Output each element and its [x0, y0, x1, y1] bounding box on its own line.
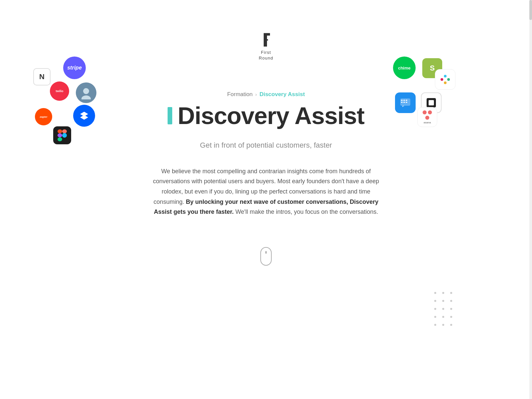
logos-right: chime S — [389, 57, 456, 140]
page-title-wrapper: Discovery Assist — [168, 104, 364, 128]
mouse-icon — [260, 247, 272, 266]
zapier-logo: zapier — [35, 108, 52, 125]
title-accent-bar — [168, 107, 172, 124]
page-title: Discovery Assist — [178, 104, 364, 128]
svg-rect-4 — [58, 129, 62, 133]
dot-7 — [434, 308, 436, 310]
subtitle: Get in front of potential customers, fas… — [200, 141, 332, 150]
svg-point-1 — [81, 95, 91, 99]
scrollbar[interactable] — [529, 0, 532, 399]
dot-grid — [434, 292, 452, 326]
svg-rect-10 — [444, 75, 447, 77]
breadcrumb-current: Discovery Assist — [259, 91, 305, 98]
dot-4 — [434, 300, 436, 302]
svg-rect-16 — [406, 100, 407, 101]
breadcrumb: Formation › Discovery Assist — [227, 91, 305, 98]
svg-rect-6 — [58, 133, 62, 137]
breadcrumb-parent[interactable]: Formation — [227, 91, 253, 98]
figma-logo — [53, 126, 71, 144]
scroll-indicator — [260, 247, 272, 266]
chime-logo: chime — [393, 57, 416, 79]
breadcrumb-separator: › — [255, 92, 257, 97]
svg-marker-3 — [80, 115, 88, 120]
svg-rect-21 — [429, 100, 434, 105]
body-text: We believe the most compelling and contr… — [153, 166, 379, 217]
dot-13 — [434, 324, 436, 326]
notion-logo: N — [33, 68, 51, 85]
dot-12 — [450, 316, 452, 318]
dot-11 — [442, 316, 444, 318]
dot-5 — [442, 300, 444, 302]
twilio-logo: twilio — [50, 81, 69, 101]
svg-rect-14 — [401, 100, 403, 101]
dropbox-logo — [73, 105, 95, 127]
slack-logo — [435, 69, 456, 90]
svg-rect-15 — [403, 100, 405, 101]
mouse-dot — [265, 251, 267, 254]
first-round-logo: First Round — [253, 30, 279, 61]
dot-3 — [450, 292, 452, 294]
svg-point-0 — [83, 88, 89, 94]
svg-point-8 — [62, 133, 67, 138]
person-avatar — [76, 82, 96, 103]
scrollbar-thumb[interactable] — [529, 0, 532, 20]
asana-logo: asana — [417, 107, 437, 127]
svg-rect-7 — [58, 137, 62, 141]
dot-2 — [442, 292, 444, 294]
logos-left: stripe N twilio zapier — [30, 57, 103, 130]
svg-rect-17 — [401, 102, 403, 103]
dot-10 — [434, 316, 436, 318]
svg-rect-9 — [441, 78, 443, 81]
svg-rect-5 — [62, 129, 67, 133]
dot-15 — [450, 324, 452, 326]
intercom-logo — [395, 92, 416, 113]
dot-9 — [450, 308, 452, 310]
svg-rect-18 — [403, 102, 405, 103]
stripe-logo: stripe — [63, 57, 86, 79]
dot-1 — [434, 292, 436, 294]
svg-rect-11 — [447, 78, 450, 81]
svg-rect-19 — [406, 102, 407, 103]
logo-line2: Round — [259, 56, 273, 61]
logo-line1: First — [261, 50, 271, 55]
dot-6 — [450, 300, 452, 302]
dot-8 — [442, 308, 444, 310]
svg-rect-12 — [444, 81, 447, 84]
body-part3: We'll make the intros, you focus on the … — [235, 208, 378, 215]
dot-14 — [442, 324, 444, 326]
